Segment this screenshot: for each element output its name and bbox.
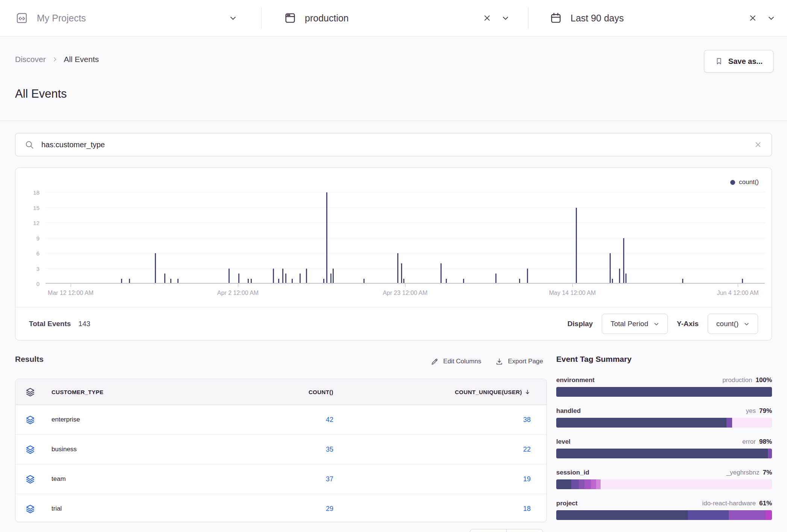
environment-selector[interactable]: production bbox=[284, 0, 509, 36]
chart-bar bbox=[248, 279, 249, 283]
cell-count[interactable]: 35 bbox=[224, 446, 333, 453]
legend-label: count() bbox=[739, 178, 759, 186]
x-axis-tick-label: Mar 12 12:00 AM bbox=[48, 290, 94, 296]
date-range-selector[interactable]: Last 90 days bbox=[549, 0, 775, 36]
x-axis-tick-label: Jun 4 12:00 AM bbox=[717, 290, 758, 296]
yaxis-label: Y-Axis bbox=[677, 320, 699, 328]
edit-columns-button[interactable]: Edit Columns bbox=[431, 358, 481, 366]
total-events-value: 143 bbox=[79, 320, 91, 328]
chart-bar bbox=[129, 279, 130, 283]
table-header-row: CUSTOMER_TYPE COUNT() COUNT_UNIQUE(USER) bbox=[15, 379, 546, 405]
tag-distribution-bar[interactable] bbox=[556, 387, 772, 397]
tag-name: project bbox=[556, 500, 578, 507]
yaxis-dropdown[interactable]: count() bbox=[708, 314, 758, 334]
events-chart-card: count() 0369121518Mar 12 12:00 AMApr 2 1… bbox=[15, 168, 772, 340]
chart-bar bbox=[495, 274, 496, 283]
chart-bar bbox=[682, 279, 683, 283]
tag-distribution-bar[interactable] bbox=[556, 479, 772, 489]
y-axis-tick-label: 12 bbox=[16, 220, 39, 226]
topbar-divider bbox=[528, 8, 528, 29]
cell-count-unique[interactable]: 38 bbox=[333, 416, 531, 424]
cell-count[interactable]: 29 bbox=[224, 505, 333, 513]
cell-count-unique[interactable]: 18 bbox=[333, 505, 531, 513]
breadcrumb-discover-link[interactable]: Discover bbox=[15, 55, 46, 64]
next-page-button[interactable] bbox=[506, 529, 543, 532]
cell-count-unique[interactable]: 22 bbox=[333, 446, 531, 453]
chevron-down-icon[interactable] bbox=[767, 14, 776, 23]
date-range-selector-label: Last 90 days bbox=[571, 13, 624, 24]
table-row: business3522 bbox=[15, 434, 546, 464]
chevron-down-icon[interactable] bbox=[229, 14, 238, 23]
tag-top-percent: 7% bbox=[763, 469, 772, 476]
project-selector[interactable]: My Projects bbox=[15, 0, 238, 36]
tag-distribution-bar[interactable] bbox=[556, 449, 772, 458]
tag-bar-segment bbox=[584, 479, 591, 489]
cell-count[interactable]: 42 bbox=[224, 416, 333, 424]
tag-distribution-bar[interactable] bbox=[556, 418, 772, 428]
y-axis-tick-label: 18 bbox=[16, 189, 39, 196]
tag-bar-segment bbox=[571, 479, 579, 489]
x-axis-tick bbox=[405, 284, 406, 287]
x-axis-tick-label: May 14 12:00 AM bbox=[549, 290, 596, 296]
clear-environment-icon[interactable] bbox=[482, 13, 492, 23]
tag-top-value: production bbox=[722, 376, 752, 384]
chart-plot: 0369121518Mar 12 12:00 AMApr 2 12:00 AMA… bbox=[45, 192, 765, 284]
chart-bar bbox=[273, 269, 274, 283]
x-axis-tick-label: Apr 2 12:00 AM bbox=[217, 290, 259, 296]
save-as-label: Save as... bbox=[728, 57, 763, 66]
tag-bar-segment bbox=[579, 479, 584, 489]
chevron-down-icon[interactable] bbox=[501, 14, 510, 23]
cell-customer-type[interactable]: business bbox=[51, 446, 224, 453]
column-header-count-unique[interactable]: COUNT_UNIQUE(USER) bbox=[333, 389, 531, 395]
environment-selector-label: production bbox=[305, 13, 349, 24]
column-header-count[interactable]: COUNT() bbox=[224, 389, 333, 395]
export-page-button[interactable]: Export Page bbox=[495, 358, 543, 366]
chart-bar bbox=[625, 274, 627, 283]
y-gridline bbox=[45, 192, 765, 192]
cell-customer-type[interactable]: trial bbox=[51, 505, 224, 512]
cell-customer-type[interactable]: enterprise bbox=[51, 416, 224, 423]
tag-bar-segment bbox=[556, 479, 571, 489]
column-header-customer-type[interactable]: CUSTOMER_TYPE bbox=[51, 389, 224, 395]
chart-bar bbox=[229, 269, 230, 283]
tag-value-wrap: _yeghrsbnz7% bbox=[726, 469, 772, 476]
chart-bar bbox=[610, 253, 611, 283]
legend-count[interactable]: count() bbox=[730, 178, 759, 186]
clear-search-icon[interactable] bbox=[754, 140, 763, 149]
tag-top-percent: 79% bbox=[759, 407, 772, 415]
y-gridline bbox=[45, 268, 765, 269]
chart-bar bbox=[238, 274, 239, 283]
save-as-button[interactable]: Save as... bbox=[704, 50, 773, 73]
tag-value-wrap: error98% bbox=[742, 438, 772, 446]
chart-bar bbox=[164, 274, 165, 283]
y-axis-tick-label: 15 bbox=[16, 205, 39, 211]
tag-distribution-bar[interactable] bbox=[556, 510, 772, 520]
chevron-down-icon bbox=[744, 321, 749, 327]
tag-name: level bbox=[556, 438, 571, 446]
y-axis-tick-label: 6 bbox=[16, 250, 39, 257]
sort-descending-icon bbox=[524, 389, 531, 395]
y-axis-tick-label: 3 bbox=[16, 266, 39, 272]
table-row: enterprise4238 bbox=[15, 405, 546, 434]
x-axis-tick bbox=[572, 284, 573, 287]
cell-count[interactable]: 37 bbox=[224, 475, 333, 483]
previous-page-button[interactable] bbox=[470, 529, 507, 532]
chart-bar bbox=[527, 269, 528, 283]
y-axis-tick-label: 0 bbox=[16, 281, 39, 287]
cell-count-unique[interactable]: 19 bbox=[333, 475, 531, 483]
tag-bar-segment bbox=[688, 510, 729, 520]
tag-value-wrap: yes79% bbox=[746, 407, 772, 415]
tag-toprow: handledyes79% bbox=[556, 407, 772, 415]
tag-top-value: error bbox=[742, 438, 756, 446]
project-icon bbox=[15, 11, 29, 25]
tag-bar-segment bbox=[768, 449, 772, 458]
display-dropdown[interactable]: Total Period bbox=[602, 314, 667, 334]
chart-bar bbox=[403, 279, 404, 283]
chart-bar bbox=[742, 279, 743, 283]
clear-date-range-icon[interactable] bbox=[748, 13, 758, 23]
search-input[interactable]: has:customer_type bbox=[15, 133, 772, 156]
chart-bar bbox=[177, 279, 179, 283]
cell-customer-type[interactable]: team bbox=[51, 475, 224, 483]
chart-bar bbox=[326, 192, 327, 283]
tag-summary-item: levelerror98% bbox=[556, 438, 772, 458]
